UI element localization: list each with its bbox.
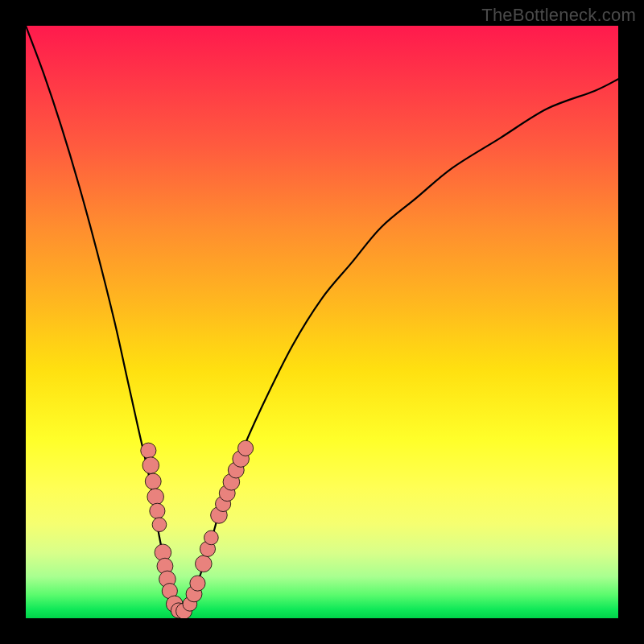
bead xyxy=(237,440,253,456)
watermark-text: TheBottleneck.com xyxy=(481,5,636,26)
beads-left xyxy=(141,443,187,618)
bead xyxy=(142,457,159,474)
bead xyxy=(147,489,164,506)
bead xyxy=(145,473,161,489)
plot-area xyxy=(26,26,618,618)
bead xyxy=(150,503,165,518)
curve-layer xyxy=(26,26,618,618)
bead xyxy=(190,576,205,591)
bead xyxy=(204,530,219,545)
bead xyxy=(141,443,156,458)
bottleneck-curve xyxy=(26,26,618,613)
bead xyxy=(152,518,167,532)
chart-frame: TheBottleneck.com xyxy=(0,0,644,644)
bead xyxy=(196,555,213,572)
